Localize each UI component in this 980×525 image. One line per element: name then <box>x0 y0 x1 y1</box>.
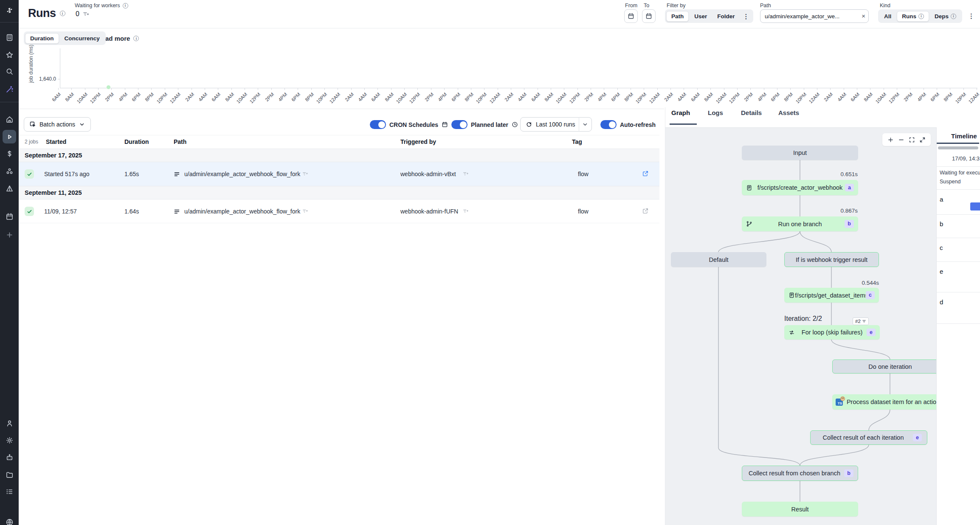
windmill-logo-icon[interactable] <box>3 3 16 17</box>
filter-plus-icon[interactable] <box>463 208 468 214</box>
to-date-button[interactable] <box>642 9 656 23</box>
header-more-menu-icon[interactable]: ⋮ <box>968 13 974 19</box>
kind-tab-all[interactable]: All <box>879 11 896 21</box>
flow-node-default-branch[interactable]: Default <box>671 252 766 267</box>
table-row[interactable]: 11/09, 12:57 1.64s u/admin/example_actor… <box>19 199 659 223</box>
sidebar-item-folders[interactable] <box>3 468 16 481</box>
path-input[interactable] <box>760 9 869 23</box>
tab-duration[interactable]: Duration <box>25 33 59 44</box>
run-duration: 1.64s <box>124 208 139 215</box>
tab-graph[interactable]: Graph <box>671 109 690 116</box>
sidebar-item-resources[interactable] <box>3 182 16 195</box>
tab-details[interactable]: Details <box>741 109 762 116</box>
clock-icon <box>512 121 518 128</box>
active-tab-underline <box>670 124 697 125</box>
filter-plus-icon[interactable] <box>302 171 308 177</box>
sidebar-item-globe[interactable] <box>3 515 16 525</box>
runs-page: Runs i Waiting for workers i 0 From To F… <box>0 0 980 525</box>
kind-segmented: All Runsi Depsi <box>878 9 962 23</box>
sidebar-item-workers[interactable] <box>3 450 16 464</box>
zoom-out-icon[interactable] <box>898 137 904 143</box>
sidebar-item-groups[interactable] <box>3 164 16 178</box>
filter-by-segmented: Path User Folder ⋮ <box>665 9 753 23</box>
tab-concurrency[interactable]: Concurrency <box>60 34 104 43</box>
chevron-down-icon <box>79 121 85 128</box>
sidebar-item-home[interactable] <box>3 112 16 126</box>
from-date-button[interactable] <box>624 9 638 23</box>
info-icon: i <box>918 14 924 19</box>
iteration-selector-chip[interactable]: #2 <box>853 317 869 325</box>
flow-node-run-one-branch[interactable]: Run one branch b <box>742 216 858 231</box>
tab-logs[interactable]: Logs <box>708 109 723 116</box>
zoom-in-icon[interactable] <box>887 137 894 143</box>
tab-assets[interactable]: Assets <box>778 109 799 116</box>
planned-later-toggle[interactable] <box>451 120 467 129</box>
sidebar-item-user[interactable] <box>3 416 16 430</box>
flow-node-for-loop[interactable]: For loop (skip failures) e <box>784 325 880 340</box>
load-more-label[interactable]: ad more <box>105 35 130 42</box>
run-path[interactable]: u/admin/example_actor_webhook_flow_fork <box>184 171 300 177</box>
filter-tab-user[interactable]: User <box>690 11 712 21</box>
filter-plus-icon[interactable] <box>83 11 89 17</box>
sidebar-item-apps[interactable] <box>3 31 16 44</box>
run-triggered-by[interactable]: webhook-admin-fUFN <box>400 208 458 215</box>
timeline-row-label: b <box>940 220 943 227</box>
filter-plus-icon[interactable] <box>463 171 468 177</box>
kind-tab-deps[interactable]: Depsi <box>930 11 961 21</box>
select-chevron[interactable] <box>579 117 591 132</box>
filter-lines-icon <box>862 319 866 323</box>
node-badge: b <box>844 469 853 477</box>
filter-more-menu-icon[interactable]: ⋮ <box>741 13 752 20</box>
planned-later-label: Planned later <box>471 121 508 128</box>
info-icon[interactable]: i <box>123 3 128 8</box>
timeline-scrollbar[interactable] <box>938 146 978 149</box>
sidebar-item-favorites[interactable] <box>3 48 16 62</box>
sidebar-item-search[interactable] <box>3 65 16 78</box>
external-link-icon[interactable] <box>642 208 649 214</box>
date-section-header: September 11, 2025 <box>19 186 659 199</box>
runs-count-select[interactable]: Last 1000 runs <box>520 117 592 132</box>
info-icon[interactable]: i <box>60 11 65 16</box>
node-duration: 0.651s <box>794 171 858 177</box>
timeline-bar[interactable] <box>970 202 980 211</box>
run-triggered-by[interactable]: webhook-admin-vBxt <box>400 171 456 177</box>
sidebar-item-spend[interactable] <box>3 147 16 160</box>
sidebar-item-schedules[interactable] <box>3 210 16 223</box>
run-started: 11/09, 12:57 <box>44 208 77 215</box>
sidebar-divider <box>0 102 19 102</box>
expand-icon[interactable] <box>919 137 926 143</box>
x-tick-mark <box>58 88 59 90</box>
timeline-legend-suspend: Suspend <box>940 179 960 185</box>
flow-node-get-dataset-items[interactable]: f/scripts/get_dataset_items c <box>784 288 879 303</box>
sidebar-item-runs[interactable] <box>3 130 16 143</box>
clear-path-icon[interactable]: × <box>862 13 865 19</box>
filter-plus-icon[interactable] <box>302 208 308 214</box>
auto-refresh-toggle[interactable] <box>600 120 617 129</box>
sidebar-item-audit-logs[interactable] <box>3 485 16 498</box>
flow-node-collect-branch[interactable]: Collect result from chosen branch b <box>742 466 858 481</box>
batch-actions-button[interactable]: Batch actions <box>24 117 91 132</box>
flow-node-do-one-iteration[interactable]: Do one iteration <box>832 359 948 373</box>
table-row[interactable]: Started 517s ago 1.65s u/admin/example_a… <box>19 162 659 186</box>
filter-tab-path[interactable]: Path <box>666 11 689 22</box>
actor-emoji-icon <box>840 396 845 401</box>
sidebar-item-settings[interactable] <box>3 433 16 447</box>
kind-tab-runs[interactable]: Runsi <box>897 11 929 22</box>
external-link-icon[interactable] <box>642 170 649 177</box>
iteration-label: Iteration: 2/2 <box>784 315 822 323</box>
flow-node-result[interactable]: Result <box>742 502 858 517</box>
success-status-icon <box>25 207 34 216</box>
flow-node-collect-iteration[interactable]: Collect result of each iteration e <box>810 430 927 445</box>
flow-node-create-actor-webhook[interactable]: f/scripts/create_actor_webhook a <box>742 180 858 195</box>
filter-tab-folder[interactable]: Folder <box>712 11 739 21</box>
info-icon[interactable]: i <box>133 36 139 41</box>
sidebar-add-icon[interactable] <box>3 228 16 241</box>
chart-data-point[interactable] <box>107 85 110 89</box>
flow-node-input[interactable]: Input <box>742 146 858 160</box>
fit-view-icon[interactable] <box>909 137 915 143</box>
cron-schedules-toggle[interactable] <box>370 120 386 129</box>
run-path[interactable]: u/admin/example_actor_webhook_flow_fork <box>184 208 300 215</box>
flow-node-if-webhook-trigger[interactable]: If is webhook trigger result <box>784 252 879 267</box>
sidebar-item-ai-wand[interactable] <box>3 82 16 96</box>
flow-node-process-dataset-item[interactable]: TS Process dataset item for an action <box>832 394 948 410</box>
